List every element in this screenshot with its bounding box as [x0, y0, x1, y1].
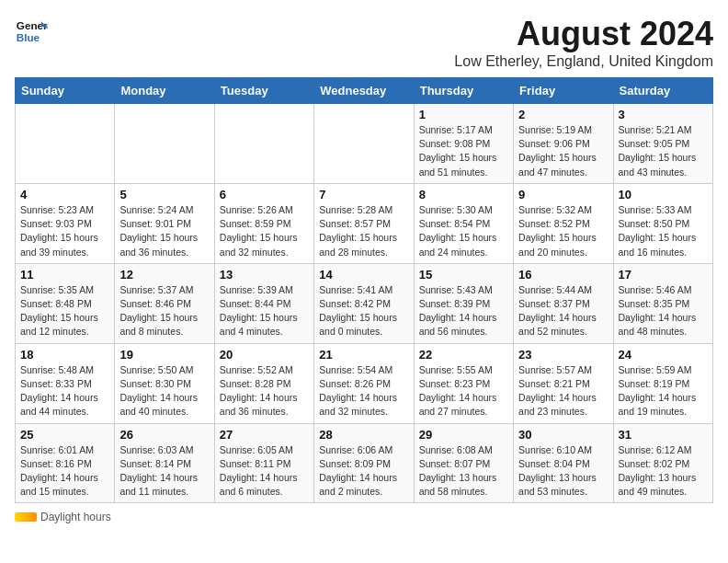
- day-number: 27: [220, 428, 309, 442]
- calendar-cell: 26Sunrise: 6:03 AMSunset: 8:14 PMDayligh…: [115, 423, 214, 503]
- day-info: Sunrise: 5:54 AMSunset: 8:26 PMDaylight:…: [319, 363, 408, 419]
- month-title: August 2024: [454, 15, 713, 53]
- day-number: 6: [220, 188, 309, 201]
- calendar-week-row: 4Sunrise: 5:23 AMSunset: 9:03 PMDaylight…: [16, 183, 713, 263]
- header-area: General Blue August 2024 Low Etherley, E…: [15, 15, 713, 70]
- calendar-cell: 11Sunrise: 5:35 AMSunset: 8:48 PMDayligh…: [16, 263, 115, 343]
- calendar-cell: 12Sunrise: 5:37 AMSunset: 8:46 PMDayligh…: [115, 263, 214, 343]
- calendar-cell: 16Sunrise: 5:44 AMSunset: 8:37 PMDayligh…: [514, 263, 613, 343]
- calendar-cell: 27Sunrise: 6:05 AMSunset: 8:11 PMDayligh…: [214, 423, 313, 503]
- day-number: 25: [20, 428, 109, 442]
- svg-text:Blue: Blue: [17, 31, 40, 43]
- day-info: Sunrise: 6:06 AMSunset: 8:09 PMDaylight:…: [319, 443, 408, 500]
- calendar-cell: 22Sunrise: 5:55 AMSunset: 8:23 PMDayligh…: [414, 343, 513, 423]
- day-info: Sunrise: 5:37 AMSunset: 8:46 PMDaylight:…: [119, 283, 209, 339]
- day-info: Sunrise: 5:55 AMSunset: 8:23 PMDaylight:…: [419, 363, 508, 419]
- weekday-header-monday: Monday: [115, 78, 214, 104]
- weekday-header-saturday: Saturday: [613, 78, 712, 104]
- day-number: 3: [619, 108, 708, 121]
- calendar-cell: 30Sunrise: 6:10 AMSunset: 8:04 PMDayligh…: [514, 423, 613, 503]
- title-area: August 2024 Low Etherley, England, Unite…: [454, 15, 713, 70]
- calendar-cell: 6Sunrise: 5:26 AMSunset: 8:59 PMDaylight…: [214, 183, 313, 263]
- weekday-header-wednesday: Wednesday: [314, 78, 414, 104]
- daylight-bar-icon: [15, 512, 37, 522]
- day-info: Sunrise: 5:44 AMSunset: 8:37 PMDaylight:…: [518, 283, 608, 339]
- calendar-cell: 25Sunrise: 6:01 AMSunset: 8:16 PMDayligh…: [16, 423, 115, 503]
- day-number: 16: [518, 268, 608, 282]
- day-info: Sunrise: 6:01 AMSunset: 8:16 PMDaylight:…: [20, 443, 109, 500]
- calendar-cell: 1Sunrise: 5:17 AMSunset: 9:08 PMDaylight…: [414, 104, 513, 184]
- daylight-label: Daylight hours: [40, 511, 111, 523]
- day-info: Sunrise: 5:46 AMSunset: 8:35 PMDaylight:…: [619, 283, 708, 339]
- day-number: 18: [20, 348, 109, 362]
- day-info: Sunrise: 5:24 AMSunset: 9:01 PMDaylight:…: [119, 203, 209, 259]
- calendar-cell: 14Sunrise: 5:41 AMSunset: 8:42 PMDayligh…: [314, 263, 414, 343]
- day-number: 2: [518, 108, 608, 121]
- calendar-cell: 3Sunrise: 5:21 AMSunset: 9:05 PMDaylight…: [613, 104, 712, 184]
- logo: General Blue: [15, 15, 48, 48]
- day-number: 12: [119, 268, 209, 282]
- day-info: Sunrise: 5:17 AMSunset: 9:08 PMDaylight:…: [419, 123, 508, 179]
- day-info: Sunrise: 5:39 AMSunset: 8:44 PMDaylight:…: [220, 283, 309, 339]
- day-info: Sunrise: 5:48 AMSunset: 8:33 PMDaylight:…: [20, 363, 109, 419]
- calendar-cell: 17Sunrise: 5:46 AMSunset: 8:35 PMDayligh…: [613, 263, 712, 343]
- calendar-cell: 13Sunrise: 5:39 AMSunset: 8:44 PMDayligh…: [214, 263, 313, 343]
- calendar-cell: 24Sunrise: 5:59 AMSunset: 8:19 PMDayligh…: [613, 343, 712, 423]
- day-info: Sunrise: 5:35 AMSunset: 8:48 PMDaylight:…: [20, 283, 109, 339]
- weekday-header-tuesday: Tuesday: [214, 78, 313, 104]
- day-info: Sunrise: 5:52 AMSunset: 8:28 PMDaylight:…: [220, 363, 309, 419]
- calendar-cell: [115, 104, 214, 184]
- weekday-header-sunday: Sunday: [16, 78, 115, 104]
- day-number: 30: [518, 428, 608, 442]
- day-info: Sunrise: 5:43 AMSunset: 8:39 PMDaylight:…: [419, 283, 508, 339]
- day-number: 22: [419, 348, 508, 362]
- day-number: 28: [319, 428, 408, 442]
- calendar-cell: 19Sunrise: 5:50 AMSunset: 8:30 PMDayligh…: [115, 343, 214, 423]
- day-info: Sunrise: 5:33 AMSunset: 8:50 PMDaylight:…: [619, 203, 708, 259]
- day-number: 9: [518, 188, 608, 201]
- day-number: 19: [119, 348, 209, 362]
- calendar-cell: 23Sunrise: 5:57 AMSunset: 8:21 PMDayligh…: [514, 343, 613, 423]
- day-info: Sunrise: 5:57 AMSunset: 8:21 PMDaylight:…: [518, 363, 608, 419]
- day-number: 4: [20, 188, 109, 201]
- calendar-cell: [214, 104, 313, 184]
- day-info: Sunrise: 6:10 AMSunset: 8:04 PMDaylight:…: [518, 443, 608, 500]
- day-number: 26: [119, 428, 209, 442]
- day-info: Sunrise: 6:03 AMSunset: 8:14 PMDaylight:…: [119, 443, 209, 500]
- day-info: Sunrise: 5:41 AMSunset: 8:42 PMDaylight:…: [319, 283, 408, 339]
- location-subtitle: Low Etherley, England, United Kingdom: [454, 53, 713, 70]
- day-info: Sunrise: 6:05 AMSunset: 8:11 PMDaylight:…: [220, 443, 309, 500]
- general-blue-logo-icon: General Blue: [15, 15, 48, 48]
- day-info: Sunrise: 5:23 AMSunset: 9:03 PMDaylight:…: [20, 203, 109, 259]
- calendar-cell: 15Sunrise: 5:43 AMSunset: 8:39 PMDayligh…: [414, 263, 513, 343]
- calendar-cell: 4Sunrise: 5:23 AMSunset: 9:03 PMDaylight…: [16, 183, 115, 263]
- day-info: Sunrise: 5:30 AMSunset: 8:54 PMDaylight:…: [419, 203, 508, 259]
- calendar-table: SundayMondayTuesdayWednesdayThursdayFrid…: [15, 77, 713, 503]
- calendar-cell: 8Sunrise: 5:30 AMSunset: 8:54 PMDaylight…: [414, 183, 513, 263]
- day-number: 5: [119, 188, 209, 201]
- calendar-body: 1Sunrise: 5:17 AMSunset: 9:08 PMDaylight…: [16, 104, 713, 503]
- calendar-cell: 7Sunrise: 5:28 AMSunset: 8:57 PMDaylight…: [314, 183, 414, 263]
- day-number: 17: [619, 268, 708, 282]
- day-number: 21: [319, 348, 408, 362]
- calendar-cell: 29Sunrise: 6:08 AMSunset: 8:07 PMDayligh…: [414, 423, 513, 503]
- calendar-week-row: 25Sunrise: 6:01 AMSunset: 8:16 PMDayligh…: [16, 423, 713, 503]
- day-number: 7: [319, 188, 408, 201]
- weekday-header-row: SundayMondayTuesdayWednesdayThursdayFrid…: [16, 78, 713, 104]
- calendar-cell: 18Sunrise: 5:48 AMSunset: 8:33 PMDayligh…: [16, 343, 115, 423]
- calendar-cell: [314, 104, 414, 184]
- weekday-header-thursday: Thursday: [414, 78, 513, 104]
- day-number: 10: [619, 188, 708, 201]
- day-info: Sunrise: 5:50 AMSunset: 8:30 PMDaylight:…: [119, 363, 209, 419]
- day-number: 20: [220, 348, 309, 362]
- calendar-week-row: 11Sunrise: 5:35 AMSunset: 8:48 PMDayligh…: [16, 263, 713, 343]
- calendar-cell: 21Sunrise: 5:54 AMSunset: 8:26 PMDayligh…: [314, 343, 414, 423]
- calendar-cell: 31Sunrise: 6:12 AMSunset: 8:02 PMDayligh…: [613, 423, 712, 503]
- day-number: 8: [419, 188, 508, 201]
- day-number: 29: [419, 428, 508, 442]
- day-info: Sunrise: 5:21 AMSunset: 9:05 PMDaylight:…: [619, 123, 708, 179]
- day-number: 11: [20, 268, 109, 282]
- calendar-week-row: 1Sunrise: 5:17 AMSunset: 9:08 PMDaylight…: [16, 104, 713, 184]
- calendar-cell: [16, 104, 115, 184]
- calendar-cell: 5Sunrise: 5:24 AMSunset: 9:01 PMDaylight…: [115, 183, 214, 263]
